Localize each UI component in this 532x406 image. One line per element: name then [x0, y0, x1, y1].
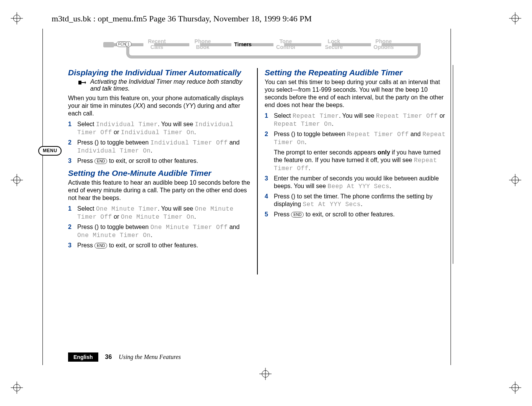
svg-point-15	[13, 384, 20, 391]
step: Press END to exit, or scroll to other fe…	[265, 211, 447, 218]
step: Press END to exit, or scroll to other fe…	[68, 157, 250, 165]
registration-mark-icon	[259, 368, 272, 380]
steps-individual-timer: Select Individual Timer. You will see In…	[68, 120, 250, 165]
steps-one-minute-timer: Select One Minute Timer. You will see On…	[68, 205, 250, 249]
step: Press () to toggle between One Minute Ti…	[68, 223, 250, 239]
para-individual-timer: When you turn this feature on, your phon…	[68, 94, 250, 117]
crumb-timers: Timers	[226, 42, 260, 47]
svg-point-18	[512, 384, 519, 391]
crumb-phone-book: PhoneBook	[185, 39, 220, 50]
step: Press () to set the timer. The phone con…	[265, 193, 447, 208]
svg-rect-21	[78, 81, 81, 84]
step: Press () to toggle between Repeat Timer …	[265, 130, 447, 172]
note-hand-icon	[78, 79, 88, 92]
heading-individual-timer: Displaying the Individual Timer Automati…	[68, 68, 250, 77]
menu-key-icon: MENU	[38, 146, 62, 156]
end-key-icon: END	[94, 243, 107, 248]
crumb-tone-control: ToneControl	[268, 39, 303, 50]
heading-repeating-timer: Setting the Repeating Audible Timer	[265, 68, 447, 77]
crumb-lock-secure: LockSecure	[317, 39, 351, 50]
left-column: Displaying the Individual Timer Automati…	[68, 66, 250, 274]
language-badge: English	[68, 352, 98, 362]
step: Press () to toggle between Individual Ti…	[68, 139, 250, 155]
note-individual-timer: Activating the Individual Timer may redu…	[78, 78, 250, 92]
registration-mark-icon	[11, 12, 23, 24]
registration-mark-icon	[11, 174, 23, 186]
step: Select One Minute Timer. You will see On…	[68, 205, 250, 221]
page-footer: English 36 Using the Menu Features	[68, 352, 181, 362]
registration-mark-icon	[509, 174, 521, 186]
para-one-minute-timer: Activate this feature to hear an audible…	[68, 179, 250, 202]
page-frame-line	[451, 29, 451, 365]
content-columns: Displaying the Individual Timer Automati…	[68, 66, 447, 274]
page-frame-line	[42, 29, 43, 365]
step: Enter the number of seconds you would li…	[265, 175, 447, 190]
crumb-phone-options: PhoneOptions	[366, 39, 401, 50]
page-number: 36	[105, 354, 112, 361]
column-divider	[257, 68, 258, 274]
nav-breadcrumb: FCN 1 RecentCalls PhoneBook Timers ToneC…	[103, 36, 421, 61]
crumb-recent-calls: RecentCalls	[140, 39, 174, 50]
svg-point-6	[13, 177, 20, 184]
heading-one-minute-timer: Setting the One-Minute Audible Timer	[68, 169, 250, 177]
registration-mark-icon	[509, 382, 521, 394]
step: Press END to exit, or scroll to other fe…	[68, 242, 250, 249]
right-column: Setting the Repeating Audible Timer You …	[265, 66, 447, 274]
one-key-icon: 1	[125, 41, 132, 47]
note-text: Activating the Individual Timer may redu…	[90, 78, 250, 92]
svg-point-0	[13, 15, 20, 22]
right-content-edge	[453, 65, 453, 264]
breadcrumb-start-pill	[103, 42, 114, 47]
svg-point-3	[512, 15, 519, 22]
step: Select Individual Timer. You will see In…	[68, 120, 250, 136]
running-header: m3td_us.bk : opt_menu.fm5 Page 36 Thursd…	[52, 14, 312, 24]
para-repeating-timer: You can set this timer to beep during yo…	[265, 78, 447, 109]
footer-section-title: Using the Menu Features	[119, 354, 181, 361]
registration-mark-icon	[509, 12, 521, 24]
end-key-icon: END	[291, 212, 304, 218]
step: Select Repeat Timer. You will see Repeat…	[265, 112, 447, 128]
steps-repeating-timer: Select Repeat Timer. You will see Repeat…	[265, 112, 447, 218]
registration-mark-icon	[11, 382, 23, 394]
svg-point-12	[262, 370, 269, 377]
svg-point-9	[512, 177, 519, 184]
end-key-icon: END	[94, 158, 107, 164]
